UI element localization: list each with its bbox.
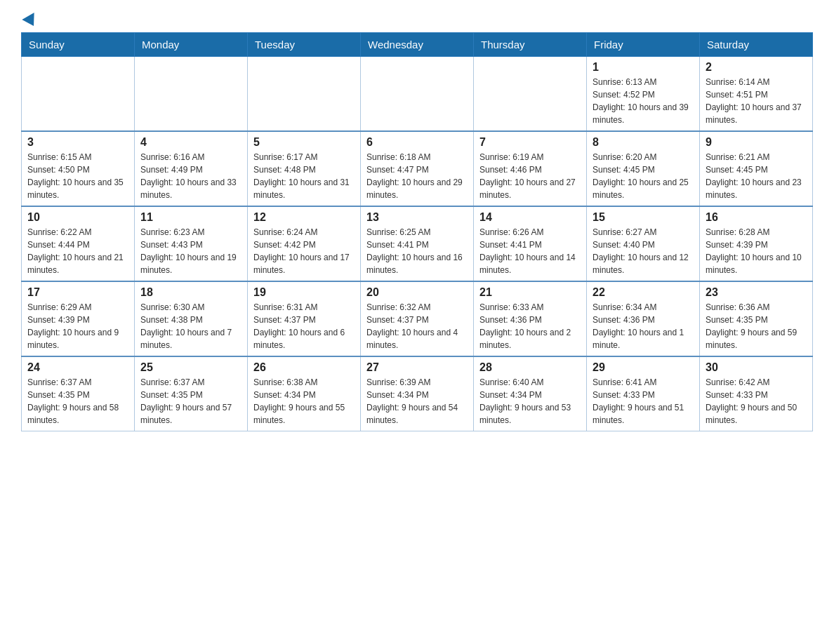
day-cell: 14Sunrise: 6:26 AMSunset: 4:41 PMDayligh…	[474, 206, 587, 281]
day-info: Sunrise: 6:14 AMSunset: 4:51 PMDaylight:…	[706, 76, 807, 126]
day-number: 25	[140, 361, 241, 374]
weekday-header-row: SundayMondayTuesdayWednesdayThursdayFrid…	[22, 33, 813, 57]
day-number: 30	[706, 361, 807, 374]
calendar-table: SundayMondayTuesdayWednesdayThursdayFrid…	[21, 32, 813, 431]
day-cell: 2Sunrise: 6:14 AMSunset: 4:51 PMDaylight…	[700, 57, 813, 132]
day-number: 22	[593, 286, 694, 299]
day-cell: 29Sunrise: 6:41 AMSunset: 4:33 PMDayligh…	[587, 356, 700, 431]
day-cell	[22, 57, 135, 132]
day-cell: 3Sunrise: 6:15 AMSunset: 4:50 PMDaylight…	[22, 131, 135, 206]
day-cell: 28Sunrise: 6:40 AMSunset: 4:34 PMDayligh…	[474, 356, 587, 431]
day-cell: 22Sunrise: 6:34 AMSunset: 4:36 PMDayligh…	[587, 281, 700, 356]
day-cell: 21Sunrise: 6:33 AMSunset: 4:36 PMDayligh…	[474, 281, 587, 356]
day-number: 15	[593, 211, 694, 224]
day-info: Sunrise: 6:21 AMSunset: 4:45 PMDaylight:…	[706, 151, 807, 201]
week-row-2: 3Sunrise: 6:15 AMSunset: 4:50 PMDaylight…	[22, 131, 813, 206]
day-number: 4	[140, 136, 241, 149]
day-info: Sunrise: 6:39 AMSunset: 4:34 PMDaylight:…	[366, 376, 468, 427]
logo-blue-text	[21, 14, 38, 25]
day-number: 20	[366, 286, 468, 299]
day-cell: 26Sunrise: 6:38 AMSunset: 4:34 PMDayligh…	[248, 356, 361, 431]
day-cell: 23Sunrise: 6:36 AMSunset: 4:35 PMDayligh…	[700, 281, 813, 356]
weekday-header-friday: Friday	[587, 33, 700, 57]
logo	[21, 14, 38, 25]
day-cell: 12Sunrise: 6:24 AMSunset: 4:42 PMDayligh…	[248, 206, 361, 281]
day-number: 6	[366, 136, 468, 149]
day-info: Sunrise: 6:26 AMSunset: 4:41 PMDaylight:…	[479, 226, 581, 276]
day-info: Sunrise: 6:34 AMSunset: 4:36 PMDaylight:…	[593, 301, 694, 351]
day-info: Sunrise: 6:16 AMSunset: 4:49 PMDaylight:…	[140, 151, 241, 201]
day-info: Sunrise: 6:41 AMSunset: 4:33 PMDaylight:…	[593, 376, 694, 427]
day-info: Sunrise: 6:31 AMSunset: 4:37 PMDaylight:…	[253, 301, 355, 351]
page-header	[21, 14, 813, 25]
day-cell	[361, 57, 474, 132]
day-number: 10	[27, 211, 128, 224]
day-cell: 6Sunrise: 6:18 AMSunset: 4:47 PMDaylight…	[361, 131, 474, 206]
day-cell: 18Sunrise: 6:30 AMSunset: 4:38 PMDayligh…	[135, 281, 248, 356]
week-row-4: 17Sunrise: 6:29 AMSunset: 4:39 PMDayligh…	[22, 281, 813, 356]
week-row-5: 24Sunrise: 6:37 AMSunset: 4:35 PMDayligh…	[22, 356, 813, 431]
day-cell: 19Sunrise: 6:31 AMSunset: 4:37 PMDayligh…	[248, 281, 361, 356]
day-info: Sunrise: 6:33 AMSunset: 4:36 PMDaylight:…	[479, 301, 581, 351]
day-number: 14	[479, 211, 581, 224]
day-info: Sunrise: 6:25 AMSunset: 4:41 PMDaylight:…	[366, 226, 468, 276]
day-info: Sunrise: 6:37 AMSunset: 4:35 PMDaylight:…	[140, 376, 241, 427]
day-number: 12	[253, 211, 355, 224]
day-info: Sunrise: 6:13 AMSunset: 4:52 PMDaylight:…	[593, 76, 694, 126]
day-number: 11	[140, 211, 241, 224]
weekday-header-sunday: Sunday	[22, 33, 135, 57]
day-info: Sunrise: 6:15 AMSunset: 4:50 PMDaylight:…	[27, 151, 128, 201]
day-number: 17	[27, 286, 128, 299]
day-info: Sunrise: 6:18 AMSunset: 4:47 PMDaylight:…	[366, 151, 468, 201]
day-number: 28	[479, 361, 581, 374]
logo-triangle-icon	[22, 13, 39, 29]
day-number: 2	[706, 61, 807, 74]
day-cell	[248, 57, 361, 132]
day-info: Sunrise: 6:32 AMSunset: 4:37 PMDaylight:…	[366, 301, 468, 351]
day-number: 8	[593, 136, 694, 149]
day-cell: 16Sunrise: 6:28 AMSunset: 4:39 PMDayligh…	[700, 206, 813, 281]
day-info: Sunrise: 6:28 AMSunset: 4:39 PMDaylight:…	[706, 226, 807, 276]
day-info: Sunrise: 6:37 AMSunset: 4:35 PMDaylight:…	[27, 376, 128, 427]
day-cell: 10Sunrise: 6:22 AMSunset: 4:44 PMDayligh…	[22, 206, 135, 281]
day-number: 5	[253, 136, 355, 149]
day-number: 19	[253, 286, 355, 299]
day-number: 18	[140, 286, 241, 299]
day-number: 26	[253, 361, 355, 374]
day-number: 29	[593, 361, 694, 374]
day-cell: 30Sunrise: 6:42 AMSunset: 4:33 PMDayligh…	[700, 356, 813, 431]
day-number: 3	[27, 136, 128, 149]
day-cell: 7Sunrise: 6:19 AMSunset: 4:46 PMDaylight…	[474, 131, 587, 206]
day-cell: 17Sunrise: 6:29 AMSunset: 4:39 PMDayligh…	[22, 281, 135, 356]
day-info: Sunrise: 6:17 AMSunset: 4:48 PMDaylight:…	[253, 151, 355, 201]
day-cell: 1Sunrise: 6:13 AMSunset: 4:52 PMDaylight…	[587, 57, 700, 132]
day-info: Sunrise: 6:20 AMSunset: 4:45 PMDaylight:…	[593, 151, 694, 201]
day-cell	[474, 57, 587, 132]
day-info: Sunrise: 6:30 AMSunset: 4:38 PMDaylight:…	[140, 301, 241, 351]
day-info: Sunrise: 6:22 AMSunset: 4:44 PMDaylight:…	[27, 226, 128, 276]
day-info: Sunrise: 6:24 AMSunset: 4:42 PMDaylight:…	[253, 226, 355, 276]
day-info: Sunrise: 6:19 AMSunset: 4:46 PMDaylight:…	[479, 151, 581, 201]
weekday-header-tuesday: Tuesday	[248, 33, 361, 57]
day-info: Sunrise: 6:36 AMSunset: 4:35 PMDaylight:…	[706, 301, 807, 351]
day-cell: 9Sunrise: 6:21 AMSunset: 4:45 PMDaylight…	[700, 131, 813, 206]
day-number: 27	[366, 361, 468, 374]
day-cell: 5Sunrise: 6:17 AMSunset: 4:48 PMDaylight…	[248, 131, 361, 206]
day-cell: 11Sunrise: 6:23 AMSunset: 4:43 PMDayligh…	[135, 206, 248, 281]
day-number: 13	[366, 211, 468, 224]
day-info: Sunrise: 6:40 AMSunset: 4:34 PMDaylight:…	[479, 376, 581, 427]
day-number: 24	[27, 361, 128, 374]
day-number: 16	[706, 211, 807, 224]
weekday-header-wednesday: Wednesday	[361, 33, 474, 57]
day-info: Sunrise: 6:42 AMSunset: 4:33 PMDaylight:…	[706, 376, 807, 427]
weekday-header-saturday: Saturday	[700, 33, 813, 57]
day-cell: 20Sunrise: 6:32 AMSunset: 4:37 PMDayligh…	[361, 281, 474, 356]
day-number: 23	[706, 286, 807, 299]
day-cell: 13Sunrise: 6:25 AMSunset: 4:41 PMDayligh…	[361, 206, 474, 281]
weekday-header-thursday: Thursday	[474, 33, 587, 57]
day-info: Sunrise: 6:38 AMSunset: 4:34 PMDaylight:…	[253, 376, 355, 427]
day-cell: 25Sunrise: 6:37 AMSunset: 4:35 PMDayligh…	[135, 356, 248, 431]
day-number: 7	[479, 136, 581, 149]
day-info: Sunrise: 6:29 AMSunset: 4:39 PMDaylight:…	[27, 301, 128, 351]
day-cell	[135, 57, 248, 132]
